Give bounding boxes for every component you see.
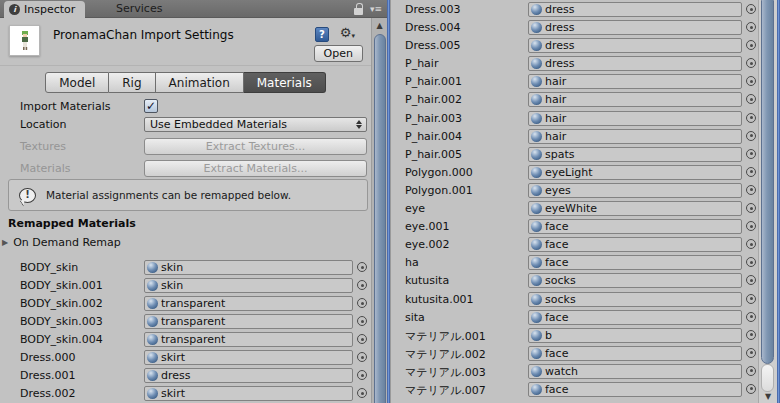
object-picker-icon[interactable] [746,58,756,68]
help-box: ! Material assignments can be remapped b… [8,179,368,211]
right-scrollbar[interactable]: ▼ [758,0,777,403]
material-object-field[interactable]: hair [528,111,742,126]
material-object-field[interactable]: watch [528,364,742,379]
mapped-material-name: eyeLight [545,166,593,179]
object-picker-icon[interactable] [746,221,756,231]
material-object-field[interactable]: transparent [144,296,353,311]
material-object-field[interactable]: dress [528,20,742,35]
right-scrollbar-thumb[interactable] [761,0,774,364]
material-object-field[interactable]: hair [528,74,742,89]
material-sphere-icon [531,275,542,286]
left-scrollbar-thumb[interactable] [374,34,386,403]
object-picker-icon[interactable] [357,388,367,398]
material-object-field[interactable]: skirt [144,350,353,365]
object-picker-icon[interactable] [746,40,756,50]
mapped-material-name: transparent [161,315,225,328]
context-menu-icon[interactable]: ▾≡ [370,4,382,14]
material-object-field[interactable]: skin [144,260,353,275]
object-picker-icon[interactable] [746,76,756,86]
mapped-material-name: eyes [545,184,571,197]
location-dropdown[interactable]: Use Embedded Materials [144,117,367,132]
object-picker-icon[interactable] [746,239,756,249]
right-scrollbar-track[interactable] [761,364,774,392]
help-icon[interactable]: ? [315,27,329,42]
material-object-field[interactable]: transparent [144,314,353,329]
object-picker-icon[interactable] [746,294,756,304]
object-picker-icon[interactable] [746,131,756,141]
object-picker-icon[interactable] [746,257,756,267]
object-picker-icon[interactable] [746,312,756,322]
object-picker-icon[interactable] [357,334,367,344]
scroll-down-icon[interactable]: ▼ [759,392,777,401]
tab-model[interactable]: Model [45,72,109,93]
tab-rig[interactable]: Rig [109,72,155,93]
extract-materials-button[interactable]: Extract Materials... [144,160,367,177]
object-picker-icon[interactable] [357,370,367,380]
material-object-field[interactable]: spats [528,147,742,162]
extract-textures-button[interactable]: Extract Textures... [144,138,367,155]
material-object-field[interactable]: socks [528,292,742,307]
tab-materials[interactable]: Materials [244,72,326,93]
material-object-field[interactable]: dress [528,56,742,71]
open-button[interactable]: Open [314,45,363,62]
object-picker-icon[interactable] [746,149,756,159]
material-object-field[interactable]: face [528,310,742,325]
object-picker-icon[interactable] [746,203,756,213]
mapped-material-name: face [545,383,568,396]
object-picker-icon[interactable] [746,185,756,195]
object-picker-icon[interactable] [357,262,367,272]
material-object-field[interactable]: skin [144,278,353,293]
material-remap-row: P_hair.003 hair [391,110,759,128]
material-object-field[interactable]: eyeLight [528,165,742,180]
material-object-field[interactable]: hair [528,129,742,144]
object-picker-icon[interactable] [746,348,756,358]
object-picker-icon[interactable] [746,167,756,177]
source-material-name: P_hair.001 [405,75,462,88]
material-object-field[interactable]: socks [528,273,742,288]
object-picker-icon[interactable] [746,4,756,14]
object-picker-icon[interactable] [357,316,367,326]
import-materials-checkbox[interactable]: ✓ [144,99,158,113]
scroll-up-icon[interactable]: ▲ [372,21,387,30]
material-object-field[interactable]: eyeWhite [528,201,742,216]
object-picker-icon[interactable] [746,366,756,376]
object-picker-icon[interactable] [746,22,756,32]
material-object-field[interactable]: b [528,328,742,343]
tab-inspector[interactable]: i Inspector [4,1,85,18]
object-picker-icon[interactable] [746,113,756,123]
material-object-field[interactable]: face [528,346,742,361]
material-object-field[interactable]: face [528,219,742,234]
material-sphere-icon [531,257,542,268]
material-object-field[interactable]: transparent [144,332,353,347]
material-object-field[interactable]: skirt [144,386,353,401]
object-picker-icon[interactable] [357,298,367,308]
material-object-field[interactable]: dress [144,368,353,383]
material-object-field[interactable]: hair [528,92,742,107]
mapped-material-name: transparent [161,297,225,310]
object-picker-icon[interactable] [746,275,756,285]
mapped-material-name: transparent [161,333,225,346]
material-object-field[interactable]: eyes [528,183,742,198]
material-object-field[interactable]: face [528,255,742,270]
tab-animation[interactable]: Animation [156,72,244,93]
gear-icon[interactable]: ⚙▾ [340,25,355,40]
left-scrollbar[interactable]: ▲ [371,18,387,403]
object-picker-icon[interactable] [357,352,367,362]
material-object-field[interactable]: face [528,237,742,252]
material-sphere-icon [147,370,158,381]
lock-icon[interactable] [354,8,363,15]
mapped-material-name: skin [161,279,183,292]
material-remap-row: eye.001 face [391,218,759,236]
object-picker-icon[interactable] [746,384,756,394]
tab-services[interactable]: Services [108,0,170,18]
material-remap-row: マテリアル.001 b [391,327,759,345]
material-object-field[interactable]: face [528,382,742,397]
material-object-field[interactable]: dress [528,38,742,53]
material-object-field[interactable]: dress [528,2,742,17]
object-picker-icon[interactable] [357,280,367,290]
object-picker-icon[interactable] [746,330,756,340]
on-demand-remap-foldout[interactable]: ▶ On Demand Remap [2,236,121,249]
mapped-material-name: skin [161,261,183,274]
object-picker-icon[interactable] [746,94,756,104]
source-material-name: P_hair.005 [405,148,462,161]
